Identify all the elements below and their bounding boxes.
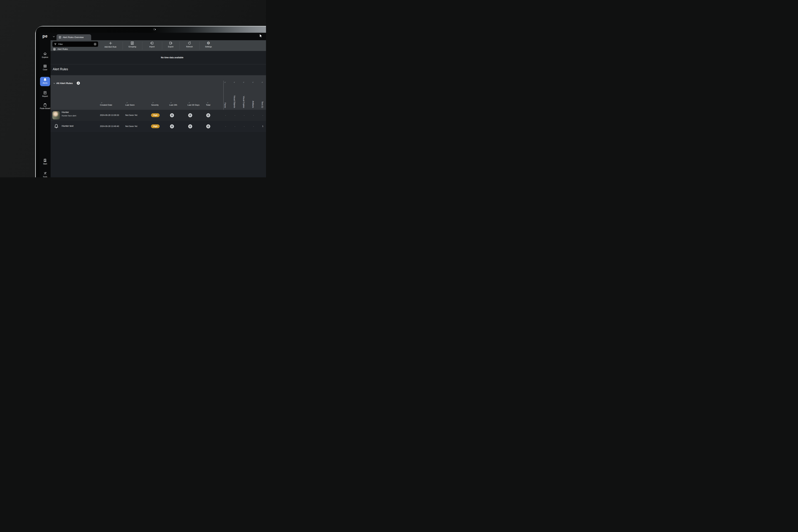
sort-icon[interactable] — [170, 102, 171, 103]
settings-button[interactable]: ⚙ Settings — [198, 41, 218, 48]
severity-badge: High — [151, 113, 160, 117]
mouse-cursor — [260, 34, 263, 38]
sort-icon[interactable] — [207, 102, 208, 103]
tab-label: Alert Rules Overview — [63, 36, 84, 39]
tab-bar: Alert Rules Overview — [51, 33, 266, 40]
cell-visual-objects: - — [233, 125, 236, 127]
sidebar-item-paste-board[interactable]: Paste Board — [39, 103, 51, 109]
sort-icon[interactable] — [152, 102, 153, 103]
column-header-text[interactable]: Text (1) — [261, 101, 264, 108]
cell-text: 1 — [261, 125, 264, 127]
cell-artifacts: - — [252, 125, 255, 127]
cell-visual-copies: - — [243, 114, 246, 116]
cell-text: - — [261, 114, 264, 116]
grouping-icon — [130, 41, 134, 45]
group-count-badge: 2 — [77, 81, 80, 85]
count-badge-last-30-days: 0 — [188, 113, 192, 117]
count-badge-total: 0 — [206, 125, 210, 128]
sort-icon[interactable] — [101, 102, 102, 103]
column-header-visual-copies[interactable]: Visual Copies — [243, 96, 245, 108]
tab-alert-rules-overview[interactable]: Alert Rules Overview — [56, 34, 91, 40]
sort-icon[interactable] — [262, 81, 263, 83]
sidebar-item-tools[interactable]: Tools — [39, 171, 51, 177]
monitor: pe Explore Case Alerts Report — [35, 26, 266, 177]
sort-icon[interactable] — [234, 81, 235, 83]
stack-icon — [43, 64, 47, 68]
sort-icon[interactable] — [189, 102, 190, 103]
grouping-button[interactable]: Grouping — [122, 41, 142, 48]
column-header-last-30-days[interactable]: Last 30 Days — [188, 104, 200, 106]
column-header-total[interactable]: Total — [206, 104, 210, 106]
sidebar-item-start[interactable]: Start — [39, 158, 51, 165]
column-header-visual-objects[interactable]: Visual Objects — [233, 95, 235, 108]
bell-outline-icon — [54, 124, 59, 129]
group-collapse-chevron-icon[interactable] — [53, 82, 55, 84]
gear-icon: ⚙ — [207, 41, 210, 45]
sidebar-item-label: Alerts — [40, 82, 50, 84]
sidebar: pe Explore Case Alerts Report — [39, 33, 51, 177]
cell-faces: - — [224, 125, 227, 127]
rule-name: Hunter — [62, 111, 69, 114]
photo-background: pe Explore Case Alerts Report — [0, 0, 266, 177]
avatar — [52, 111, 60, 119]
sort-icon[interactable] — [252, 81, 253, 83]
section-divider — [51, 64, 266, 64]
rule-description: Hunter face alert — [62, 115, 76, 117]
timeline-empty-message: No time data available — [142, 56, 202, 59]
sidebar-item-label: Report — [39, 95, 51, 97]
sort-icon[interactable] — [127, 102, 128, 103]
view-selector[interactable]: Alert Rules — [52, 48, 99, 51]
sidebar-item-label: Start — [39, 163, 51, 165]
rule-name: Hunter text — [62, 125, 74, 127]
book-icon — [43, 158, 47, 162]
refresh-icon — [188, 41, 191, 45]
column-header-artifacts[interactable]: Artifacts — [252, 101, 254, 108]
sidebar-item-explore[interactable]: Explore — [39, 52, 51, 58]
toolbar: Alert Rules Add Alert Rule Grouping Impo… — [51, 40, 266, 51]
column-header-last-24h[interactable]: Last 24h — [169, 104, 177, 106]
webcam-icon — [153, 28, 155, 30]
count-badge-last-30-days: 0 — [188, 125, 192, 128]
sort-icon[interactable] — [224, 81, 225, 83]
menu-circle-icon — [53, 48, 56, 51]
plus-icon — [109, 41, 113, 45]
add-alert-rule-button[interactable]: Add Alert Rule — [101, 41, 120, 48]
sidebar-item-report[interactable]: Report — [39, 91, 51, 97]
bell-icon — [43, 78, 47, 82]
count-badge-last-24h: 0 — [170, 125, 174, 128]
view-selector-label: Alert Rules — [57, 48, 68, 51]
home-icon — [43, 52, 47, 56]
cell-faces: - — [224, 114, 227, 116]
filter-input[interactable] — [58, 43, 92, 45]
cell-created-date: 2024-09-28 13:39:33 — [100, 114, 119, 116]
import-icon — [150, 41, 154, 45]
group-label[interactable]: All Alert Rules — [56, 82, 73, 84]
sidebar-item-label: Paste Board — [39, 107, 51, 109]
sidebar-item-case[interactable]: Case — [39, 64, 51, 71]
sidebar-item-alerts[interactable]: Alerts — [40, 77, 50, 86]
count-badge-total: 0 — [206, 113, 210, 117]
count-badge-last-24h: 0 — [170, 113, 174, 117]
list-icon — [59, 36, 61, 39]
column-header-severity[interactable]: Severity — [151, 104, 159, 106]
tools-icon — [43, 171, 47, 175]
export-button[interactable]: Export — [161, 41, 180, 48]
cell-visual-copies: - — [243, 125, 246, 127]
sort-icon[interactable] — [243, 81, 244, 83]
sidebar-item-label: Tools — [39, 176, 51, 177]
chevron-down-icon[interactable] — [52, 35, 55, 38]
export-icon — [169, 41, 173, 45]
column-header-faces[interactable]: Faces — [224, 102, 226, 108]
sidebar-item-label: Explore — [39, 56, 51, 58]
severity-badge: High — [151, 125, 160, 128]
page-title: Alert Rules — [53, 68, 68, 71]
refresh-button[interactable]: Refresh — [180, 41, 199, 48]
import-button[interactable]: Import — [142, 41, 162, 48]
sidebar-item-label: Case — [39, 69, 51, 71]
column-header-last-seen[interactable]: Last Seen — [125, 104, 135, 106]
cell-created-date: 2024-09-28 13:49:40 — [100, 125, 119, 127]
filter-icon — [54, 43, 56, 45]
column-header-created-date[interactable]: Created Date — [100, 104, 112, 106]
clear-filter-icon[interactable] — [94, 43, 96, 45]
report-icon — [43, 91, 47, 95]
